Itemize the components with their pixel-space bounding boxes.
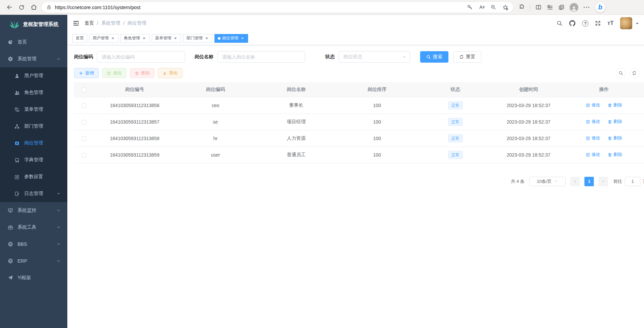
row-edit-link[interactable]: 修改 [586,119,600,125]
close-icon[interactable]: × [110,36,115,41]
sidebar-item-bbs[interactable]: BBS [0,236,67,253]
split-screen-icon[interactable] [535,4,542,10]
prev-page-button[interactable] [570,177,580,186]
row-checkbox[interactable] [82,103,87,108]
github-icon[interactable] [569,20,576,27]
close-icon[interactable]: × [204,36,209,41]
edit-square-icon [14,174,20,179]
row-edit-link[interactable]: 修改 [586,135,600,141]
user-avatar[interactable] [620,17,632,29]
browser-refresh-button[interactable] [15,2,28,13]
sidebar-item-system-tools[interactable]: 系统工具 [0,219,67,236]
row-delete-link[interactable]: 删除 [608,135,622,141]
row-checkbox[interactable] [82,120,87,125]
back-arrow-icon [6,4,13,10]
goto-page-input[interactable] [625,177,640,186]
status-select[interactable]: 岗位状态 [339,51,410,63]
extensions-icon[interactable] [518,4,525,10]
status-label: 状态 [325,54,335,60]
breadcrumb-home[interactable]: 首页 [84,20,94,26]
table-row: 1641030593112313858 hr 人力资源 100 正常 2023-… [74,130,644,146]
tab-user-mgmt[interactable]: 用户管理 × [89,34,118,43]
close-icon[interactable]: × [142,36,146,41]
row-delete-link[interactable]: 删除 [608,119,622,125]
tab-role-mgmt[interactable]: 角色管理 × [121,34,150,43]
row-edit-link[interactable]: 修改 [586,152,600,158]
page-number-button[interactable]: 1 [584,177,594,186]
fullscreen-icon[interactable] [595,20,601,26]
delete-button[interactable]: 删除 [130,68,155,78]
chevron-down-icon [57,225,61,229]
sidebar-item-menu-mgmt[interactable]: 菜单管理 [0,101,67,118]
tab-post-mgmt[interactable]: 岗位管理 × [214,34,248,43]
toggle-search-button[interactable] [616,68,626,78]
sidebar-item-home[interactable]: 首页 [0,34,67,51]
user-icon [14,73,20,78]
sidebar-item-log-mgmt[interactable]: 日志管理 [0,185,67,202]
tab-home[interactable]: 首页 [72,34,87,43]
sidebar-item-yi-framework[interactable]: Yi框架 [0,269,67,286]
add-favorite-star-icon[interactable] [502,4,508,10]
search-icon[interactable] [556,20,563,26]
page-size-select[interactable]: 10条/页 [529,177,566,186]
sidebar-item-post-mgmt[interactable]: 岗位管理 [0,135,67,152]
cell-post-code: ceo [175,97,256,113]
password-key-icon[interactable] [467,4,473,10]
sidebar-item-user-mgmt[interactable]: 用户管理 [0,67,67,84]
sidebar-item-erp[interactable]: ERP [0,253,67,269]
search-form: 岗位编码 岗位名称 状态 岗位状态 搜索 [74,51,644,63]
sidebar-item-dept-mgmt[interactable]: 部门管理 [0,118,67,135]
close-icon[interactable]: × [240,36,245,41]
row-edit-link[interactable]: 修改 [586,102,600,108]
chevron-down-icon [402,55,406,59]
col-post-sort: 岗位排序 [337,82,417,97]
row-delete-link[interactable]: 删除 [608,102,622,108]
sidebar-item-system-monitor[interactable]: 系统监控 [0,202,67,219]
url-text[interactable]: https://ccnetcore.com:1101/system/post [55,5,467,10]
search-icon [426,55,431,59]
refresh-table-button[interactable] [629,68,639,78]
post-code-label: 岗位编码 [74,54,93,60]
read-aloud-icon[interactable] [479,4,484,10]
next-page-button[interactable] [599,177,608,186]
favorites-icon[interactable] [547,4,553,10]
lock-icon[interactable] [46,5,52,10]
add-button[interactable]: 新增 [74,68,99,78]
text-size-icon[interactable]: тT [607,20,614,27]
sidebar-item-param-settings[interactable]: 参数设置 [0,168,67,185]
zoom-out-icon[interactable] [490,4,496,10]
select-all-checkbox[interactable] [82,88,87,92]
bing-copilot-icon[interactable]: b [595,2,605,12]
col-post-code: 岗位编码 [175,82,256,97]
row-delete-link[interactable]: 删除 [608,152,622,158]
post-code-input[interactable] [97,51,185,63]
tab-dept-mgmt[interactable]: 部门管理 × [183,34,212,43]
browser-home-button[interactable] [28,2,40,13]
reset-button[interactable]: 重置 [453,51,481,63]
export-button[interactable]: 导出 [158,68,182,78]
search-button[interactable]: 搜索 [420,51,448,63]
caret-down-icon[interactable] [636,23,639,26]
sidebar-item-dict-mgmt[interactable]: 字典管理 [0,152,67,168]
gear-icon [7,56,13,62]
address-bar[interactable]: https://ccnetcore.com:1101/system/post [42,2,513,13]
help-icon[interactable]: ? [582,20,588,27]
post-name-label: 岗位名称 [195,54,213,60]
edit-button[interactable]: 修改 [102,68,127,78]
collapse-sidebar-icon[interactable] [73,20,79,27]
sidebar-item-system-mgmt[interactable]: 系统管理 [0,51,67,67]
browser-more-menu-icon[interactable]: ··· [583,4,590,11]
row-checkbox[interactable] [82,153,87,158]
post-name-input[interactable] [217,51,305,63]
browser-profile-avatar[interactable] [570,3,578,12]
tab-menu-mgmt[interactable]: 菜单管理 × [152,34,181,43]
browser-back-button[interactable] [3,2,15,13]
cell-post-name: 项目经理 [256,113,337,130]
row-checkbox[interactable] [82,136,87,141]
sidebar-item-role-mgmt[interactable]: 角色管理 [0,84,67,101]
close-icon[interactable]: × [173,36,178,41]
collections-icon[interactable] [558,4,565,10]
cell-post-name: 人力资源 [256,130,337,146]
cell-post-name: 董事长 [256,97,337,113]
badge-icon [14,141,20,146]
